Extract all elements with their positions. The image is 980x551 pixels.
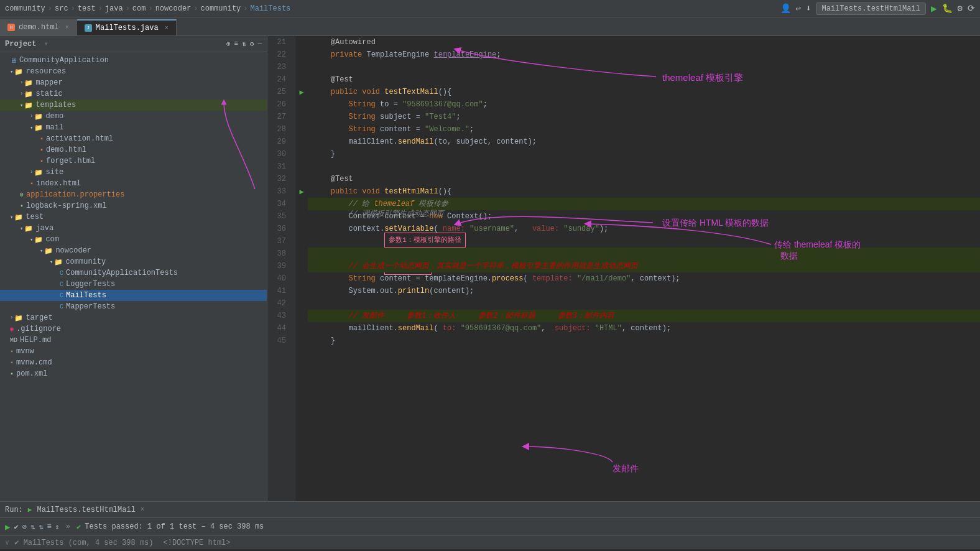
run-expand-btn[interactable]: ⇕ — [55, 522, 60, 532]
tree-root[interactable]: 🖥 CommunityApplication — [0, 55, 267, 66]
debug-icon[interactable]: 🐛 — [942, 3, 953, 14]
tree-pom-xml[interactable]: ▪ pom.xml — [0, 368, 267, 379]
tab-close-mailtests[interactable]: × — [165, 25, 169, 32]
tree-mapper-tests[interactable]: C MapperTests — [0, 301, 267, 312]
run-with-coverage-icon[interactable]: ⚙ — [958, 3, 963, 14]
code-line-22: private TemplateEngine templateEngine; — [308, 49, 980, 61]
sidebar-locate-icon[interactable]: ⊕ — [226, 40, 231, 48]
help-md-icon: MD — [10, 337, 17, 344]
sidebar-settings-icon[interactable]: ⚙ — [250, 40, 254, 48]
tab-mail-tests[interactable]: J MailTests.java × — [77, 19, 177, 35]
tree-app-properties[interactable]: ⚙ application.properties — [0, 189, 267, 200]
index-html-icon: ▪ — [30, 180, 34, 187]
tree-activation-html[interactable]: ▪ activation.html — [0, 133, 267, 144]
code-content[interactable]: @Autowired private TemplateEngine templa… — [308, 36, 980, 501]
tab-demo-html[interactable]: H demo.html × — [0, 19, 77, 35]
output-preview: ∨ ✔ MailTests (com, 4 sec 398 ms) <!DOCT… — [0, 535, 980, 549]
tab-bar: H demo.html × J MailTests.java × — [0, 17, 980, 36]
run-align-btn[interactable]: ≡ — [47, 522, 51, 531]
run-config[interactable]: MailTests.testHtmlMail — [816, 2, 925, 15]
sidebar-close-icon[interactable]: — — [257, 40, 262, 48]
tree-site-folder[interactable]: › 📁 site — [0, 167, 267, 178]
activation-file-icon: ▪ — [40, 136, 44, 142]
tree-logger-tests[interactable]: C LoggerTests — [0, 279, 267, 290]
mvnw-cmd-icon: ▪ — [10, 359, 14, 366]
code-line-44: mailClient.sendMail( to: "958691367@qq.c… — [308, 322, 980, 335]
tree-test-folder[interactable]: ▾ 📁 test — [0, 211, 267, 223]
run-icon: ▶ — [28, 506, 32, 514]
code-scroll[interactable]: 21 22 23 24 25 26 27 28 29 30 31 32 33 3… — [267, 36, 980, 501]
nowcoder-folder-icon: 📁 — [44, 247, 53, 255]
tree-nowcoder-folder[interactable]: ▾ 📁 nowcoder — [0, 245, 267, 256]
tree-mvnw-cmd[interactable]: ▪ mvnw.cmd — [0, 357, 267, 368]
tree-help-md[interactable]: MD HELP.md — [0, 335, 267, 346]
mapper-tests-icon: C — [60, 303, 63, 310]
sidebar-icons: ⊕ ≡ ⇅ ⚙ — — [226, 40, 262, 48]
tab-close-demo[interactable]: × — [65, 24, 69, 31]
play-button[interactable]: ▶ — [931, 2, 937, 15]
tree-demo-html[interactable]: ▪ demo.html — [0, 144, 267, 155]
run-stop-btn[interactable]: ✔ — [14, 522, 18, 532]
run-play-btn[interactable]: ▶ — [5, 522, 10, 532]
tree-templates[interactable]: ▾ 📁 templates — [0, 100, 267, 111]
tree-java-folder[interactable]: ▾ 📁 java — [0, 223, 267, 234]
tree-demo-folder[interactable]: › 📁 demo — [0, 111, 267, 122]
run-sort-btn[interactable]: ⇅ — [30, 522, 35, 532]
breadcrumb: community › src › test › java › com › no… — [5, 4, 780, 13]
community-app-tests-icon: C — [60, 270, 63, 277]
code-line-43: // 发邮件 参数1：收件人 参数2：邮件标题 参数3：邮件内容 — [308, 310, 980, 322]
sidebar-header: Project ▾ ⊕ ≡ ⇅ ⚙ — — [0, 36, 267, 52]
run-rerun-btn[interactable]: ⊘ — [22, 522, 27, 532]
code-line-21: @Autowired — [308, 36, 980, 49]
person-icon[interactable]: 👤 — [780, 3, 791, 14]
sidebar-collapse-icon[interactable]: ≡ — [234, 40, 239, 48]
run-header: Run: ▶ MailTests.testHtmlMail × — [0, 502, 980, 518]
resources-folder-icon: 📁 — [14, 68, 23, 76]
tree-static[interactable]: › 📁 static — [0, 88, 267, 100]
static-folder-icon: 📁 — [24, 90, 33, 98]
run-tab-close[interactable]: × — [141, 506, 144, 513]
community-application-icon: 🖥 — [10, 57, 17, 65]
tree-gitignore[interactable]: ◉ .gitignore — [0, 323, 267, 335]
back-icon[interactable]: ↩ — [796, 3, 801, 14]
logback-icon: ▪ — [20, 203, 24, 210]
more-run-icon[interactable]: ⟳ — [968, 3, 975, 14]
tree-forget-html[interactable]: ▪ forget.html — [0, 155, 267, 167]
tree-logback-xml[interactable]: ▪ logback-spring.xml — [0, 200, 267, 211]
mapper-folder-icon: 📁 — [24, 79, 33, 87]
top-bar: community › src › test › java › com › no… — [0, 0, 980, 17]
code-line-31 — [308, 160, 980, 173]
forward-icon[interactable]: ⬇ — [806, 3, 811, 14]
test-folder-icon: 📁 — [14, 213, 23, 221]
sidebar-tree: 🖥 CommunityApplication ▾ 📁 resources › 📁… — [0, 52, 267, 501]
tree-index-html[interactable]: ▪ index.html — [0, 178, 267, 189]
code-line-26: String to = "958691367@qq.com"; — [308, 98, 980, 111]
sidebar-dropdown-icon[interactable]: ▾ — [44, 39, 48, 49]
run-label: Run: — [5, 506, 23, 514]
sidebar-sort-icon[interactable]: ⇅ — [242, 40, 246, 48]
pom-xml-icon: ▪ — [10, 371, 14, 377]
tree-com-folder[interactable]: ▾ 📁 com — [0, 234, 267, 245]
code-line-40: String content = templateEngine.process(… — [308, 272, 980, 285]
tree-mail-folder[interactable]: ▾ 📁 mail — [0, 122, 267, 133]
tree-mail-tests[interactable]: C MailTests — [0, 290, 267, 301]
run-filter-btn[interactable]: ⇅ — [39, 522, 43, 532]
tree-mvnw[interactable]: ▪ mvnw — [0, 346, 267, 357]
sidebar: Project ▾ ⊕ ≡ ⇅ ⚙ — 🖥 CommunityApplicati… — [0, 36, 267, 501]
tree-community-folder[interactable]: ▾ 📁 community — [0, 256, 267, 267]
line-numbers: 21 22 23 24 25 26 27 28 29 30 31 32 33 3… — [267, 36, 295, 501]
app-props-icon: ⚙ — [20, 191, 24, 198]
mail-folder-icon: 📁 — [34, 124, 43, 132]
site-folder-icon: 📁 — [34, 169, 43, 177]
main-layout: Project ▾ ⊕ ≡ ⇅ ⚙ — 🖥 CommunityApplicati… — [0, 36, 980, 501]
code-line-30: } — [308, 148, 980, 160]
forget-file-icon: ▪ — [40, 158, 44, 165]
run-gutter-33[interactable]: ▶ — [295, 185, 308, 198]
run-gutter-25[interactable]: ▶ — [295, 86, 308, 98]
tree-mapper[interactable]: › 📁 mapper — [0, 77, 267, 88]
mail-tests-icon: C — [60, 292, 63, 299]
logger-tests-icon: C — [60, 281, 63, 288]
tree-resources[interactable]: ▾ 📁 resources — [0, 66, 267, 77]
tree-target-folder[interactable]: › 📁 target — [0, 312, 267, 323]
tree-community-app-tests[interactable]: C CommunityApplicationTests — [0, 267, 267, 279]
